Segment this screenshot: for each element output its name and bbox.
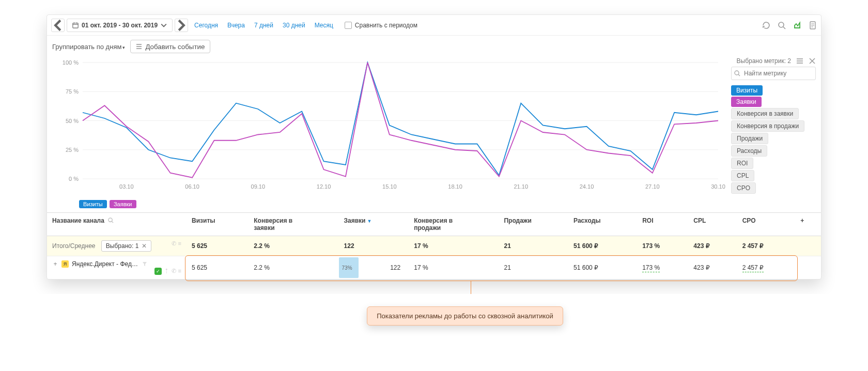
channel-row[interactable]: + Я Яндекс.Директ - Федре...	[52, 260, 181, 268]
quick-7d[interactable]: 7 дней	[254, 22, 273, 29]
metric-tag[interactable]: CPL	[731, 170, 754, 181]
quick-yesterday[interactable]: Вчера	[227, 22, 245, 29]
toolbar-right	[762, 21, 817, 29]
col-channel-name[interactable]: Название канала	[52, 217, 104, 224]
svg-point-40	[109, 218, 112, 222]
col-header[interactable]: ROI	[637, 213, 688, 236]
menu-icon[interactable]: ≡	[178, 240, 181, 247]
metric-tag[interactable]: ROI	[731, 158, 753, 169]
menu-icon[interactable]: ≡	[178, 268, 181, 275]
quick-30d[interactable]: 30 дней	[283, 22, 305, 29]
quick-range-links: Сегодня Вчера 7 дней 30 дней Месяц	[194, 22, 333, 29]
col-header[interactable]: CPL	[688, 213, 737, 236]
chart-icon[interactable]	[793, 21, 801, 29]
data-cell: 2 457 ₽	[737, 256, 796, 280]
close-icon[interactable]	[809, 57, 816, 65]
legend-leads[interactable]: Заявки	[110, 200, 136, 208]
svg-text:15.10: 15.10	[382, 183, 397, 190]
metrics-count: Выбрано метрик: 2	[737, 57, 791, 65]
total-cell: 21	[499, 236, 568, 256]
checkbox-icon	[345, 22, 352, 29]
col-header[interactable]: CPO	[737, 213, 796, 236]
col-header[interactable]: Продажи	[499, 213, 568, 236]
data-cell: 173 %	[637, 256, 688, 280]
chart-area: 0 %25 %50 %75 %100 %03.1006.1009.1012.10…	[47, 57, 821, 197]
total-label: Итого/Среднее	[52, 242, 96, 250]
quick-today[interactable]: Сегодня	[194, 22, 218, 29]
export-icon[interactable]	[809, 21, 817, 29]
toolbar: 01 окт. 2019 - 30 окт. 2019 Сегодня Вчер…	[47, 15, 821, 36]
svg-line-39	[738, 74, 740, 76]
metric-tag-selected[interactable]: Визиты	[731, 85, 763, 96]
metric-tag[interactable]: Конверсия в заявки	[731, 108, 799, 119]
filter-icon[interactable]	[142, 261, 147, 267]
svg-text:12.10: 12.10	[317, 183, 331, 190]
list-view-icon[interactable]	[796, 57, 803, 65]
svg-rect-0	[73, 23, 78, 27]
next-period-button[interactable]	[175, 19, 188, 32]
svg-point-4	[779, 22, 784, 27]
metric-tag[interactable]: Продажи	[731, 133, 768, 144]
svg-text:06.10: 06.10	[185, 183, 199, 190]
data-cell: 73%122	[339, 256, 409, 280]
svg-line-5	[783, 27, 785, 29]
col-header[interactable]: Конверсия взаявки	[249, 213, 338, 236]
refresh-icon[interactable]	[762, 21, 770, 29]
metric-search-input[interactable]	[731, 67, 816, 80]
legend-visits[interactable]: Визиты	[79, 200, 107, 208]
metric-tag[interactable]: CPO	[731, 182, 756, 194]
add-event-button[interactable]: Добавить событие	[130, 40, 210, 53]
total-cell: 51 600 ₽	[568, 236, 637, 256]
compare-label: Сравнить с периодом	[355, 22, 417, 29]
svg-line-41	[112, 221, 114, 223]
selected-chip[interactable]: Выбрано: 1✕	[101, 240, 152, 252]
metric-panel: Выбрано метрик: 2 ВизитыЗаявкиКонверсия …	[728, 57, 816, 194]
metric-tag[interactable]: Расходы	[731, 145, 767, 157]
svg-text:0 %: 0 %	[69, 176, 79, 182]
total-cell: 5 625	[187, 236, 249, 256]
svg-text:75 %: 75 %	[66, 88, 79, 95]
data-table: Название канала ВизитыКонверсия взаявкиЗ…	[47, 212, 821, 279]
compare-checkbox[interactable]: Сравнить с периодом	[345, 22, 417, 29]
line-chart: 0 %25 %50 %75 %100 %03.1006.1009.1012.10…	[52, 57, 728, 192]
metric-tag[interactable]: Конверсия в продажи	[731, 120, 804, 132]
chart-mini-icon[interactable]: ⭫	[164, 268, 169, 275]
data-cell: 51 600 ₽	[568, 256, 637, 280]
search-icon	[734, 70, 740, 76]
prev-period-button[interactable]	[51, 19, 65, 32]
metric-tag-selected[interactable]: Заявки	[731, 97, 762, 107]
search-icon[interactable]	[108, 218, 114, 223]
date-range-picker[interactable]: 01 окт. 2019 - 30 окт. 2019	[67, 19, 173, 32]
col-header[interactable]: Визиты	[187, 213, 249, 236]
channel-name: Яндекс.Директ - Федре...	[72, 260, 139, 268]
svg-text:09.10: 09.10	[251, 183, 266, 190]
close-icon[interactable]: ✕	[142, 242, 147, 250]
chart-legend: Визиты Заявки	[47, 197, 821, 212]
svg-text:24.10: 24.10	[580, 183, 594, 190]
add-column-button[interactable]: +	[795, 213, 821, 236]
yandex-icon: Я	[61, 260, 69, 268]
metric-tags: ВизитыЗаявкиКонверсия в заявкиКонверсия …	[731, 84, 816, 194]
col-header[interactable]: Заявки▼	[339, 213, 409, 236]
total-cell: 2 457 ₽	[737, 236, 796, 256]
expand-icon[interactable]: +	[52, 260, 58, 268]
chevron-down-icon	[161, 22, 167, 28]
status-ok-icon: ✓	[154, 268, 162, 275]
phone-icon[interactable]: ✆	[172, 240, 176, 247]
col-header[interactable]: Расходы	[568, 213, 637, 236]
calendar-icon	[72, 22, 79, 28]
list-icon	[136, 43, 142, 50]
col-header[interactable]: Конверсия впродажи	[409, 213, 499, 236]
svg-text:30.10: 30.10	[711, 183, 725, 190]
total-cell: 423 ₽	[688, 236, 737, 256]
svg-text:21.10: 21.10	[514, 183, 529, 190]
subbar: Группировать по дням▾ Добавить событие	[47, 36, 821, 57]
data-cell: 423 ₽	[688, 256, 737, 280]
quick-month[interactable]: Месяц	[315, 22, 333, 29]
phone-icon[interactable]: ✆	[172, 268, 176, 275]
svg-text:100 %: 100 %	[63, 59, 79, 66]
group-by-dropdown[interactable]: Группировать по дням▾	[52, 43, 125, 51]
total-cell: 2.2 %	[249, 236, 338, 256]
search-icon[interactable]	[778, 21, 786, 29]
callout-line	[471, 281, 471, 294]
